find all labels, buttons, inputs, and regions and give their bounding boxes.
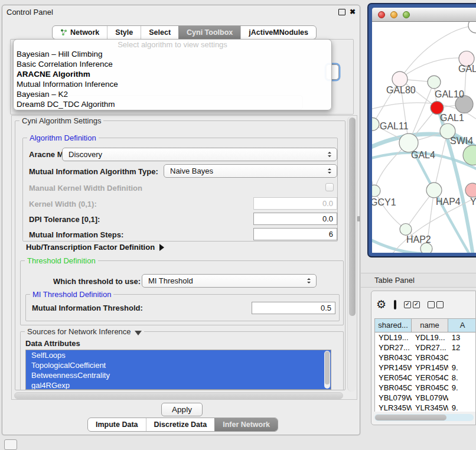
tab-label: Discretize Data: [154, 420, 207, 429]
table-cell: YDR27...: [412, 343, 448, 353]
apply-button[interactable]: Apply: [161, 403, 203, 416]
column-header-a[interactable]: A: [448, 319, 476, 332]
which-threshold-value: MI Threshold: [148, 276, 305, 285]
attribute-betweennesscentrality[interactable]: BetweennessCentrality: [26, 370, 331, 380]
sources-group-title: Sources for Network Inference: [25, 327, 144, 336]
columns-icon[interactable]: [394, 300, 396, 309]
minimize-traffic-light-icon[interactable]: [390, 11, 397, 18]
float-window-icon[interactable]: [338, 9, 345, 15]
table-cell: 8.: [448, 373, 476, 383]
table-cell: YBL079W: [375, 393, 412, 403]
algorithm-option-bayesian-hill-climbing[interactable]: Bayesian – Hill Climbing: [14, 49, 331, 59]
table-cell: YBR045C: [375, 383, 412, 393]
tab-impute-data[interactable]: Impute Data: [88, 418, 146, 431]
expand-right-icon: [159, 244, 164, 251]
algorithm-option-mutual-information-inference[interactable]: Mutual Information Inference: [14, 79, 331, 89]
data-attributes-list[interactable]: SelfLoopsTopologicalCoefficientBetweenne…: [25, 350, 331, 390]
table-row[interactable]: YDL19...YDL19...13: [375, 332, 476, 343]
tab-infer-network[interactable]: Infer Network: [214, 418, 278, 431]
network-node[interactable]: [468, 22, 476, 33]
table-cell: 9.: [448, 363, 476, 373]
tab-style[interactable]: Style: [107, 26, 141, 39]
table-row[interactable]: YBL079WYBL079W: [375, 393, 476, 403]
hub-definition-expander[interactable]: Hub/Transcription Factor Definition: [26, 243, 164, 252]
algorithm-option-basic-correlation-inference[interactable]: Basic Correlation Inference: [14, 59, 331, 69]
select-all-checks-icon[interactable]: ✓✓: [404, 301, 420, 308]
settings-vertical-scrollbar[interactable]: [347, 116, 356, 392]
network-edge: [374, 191, 406, 229]
network-node-gal10[interactable]: [428, 76, 441, 89]
mi-threshold-field[interactable]: [252, 302, 335, 314]
deselect-all-checks-icon[interactable]: [428, 301, 444, 308]
table-cell: YER054C: [412, 373, 448, 383]
mi-threshold-group: MI Threshold Definition Mutual Informati…: [25, 294, 340, 321]
column-header-name[interactable]: name: [412, 319, 448, 332]
settings-horizontal-scrollbar[interactable]: [14, 392, 348, 399]
table-cell: YPR145W: [375, 363, 412, 373]
node-label-hap2: HAP2: [406, 234, 431, 244]
algorithm-definition-group: Algorithm Definition Aracne Mode: Discov…: [22, 138, 338, 242]
algorithm-dropdown-popup: Select algorithm to view settings Bayesi…: [13, 39, 332, 110]
mi-type-select[interactable]: Naive Bayes: [164, 164, 337, 178]
cyni-algorithm-settings-group: Cyni Algorithm Settings Algorithm Defini…: [15, 120, 345, 390]
table-row[interactable]: YDR27...YDR27...12: [375, 343, 476, 353]
network-edge: [434, 131, 448, 190]
dpi-tolerance-field[interactable]: [253, 213, 337, 225]
bottom-left-button[interactable]: [4, 439, 17, 450]
stepper-arrows-icon: [326, 168, 333, 174]
algorithm-option-aracne-algorithm[interactable]: ARACNE Algorithm: [14, 69, 331, 79]
stepper-arrows-icon: [326, 152, 333, 157]
network-node-hap2[interactable]: [400, 224, 412, 236]
network-node-gal11[interactable]: [372, 118, 379, 131]
algorithm-option-bayesian-k2[interactable]: Bayesian – K2: [14, 89, 331, 99]
aracne-mode-select[interactable]: Discovery: [62, 148, 337, 161]
column-header-shared[interactable]: shared...: [375, 319, 412, 332]
attribute-topologicalcoefficient[interactable]: TopologicalCoefficient: [26, 360, 331, 370]
mi-threshold-group-title: MI Threshold Definition: [30, 290, 113, 299]
attribute-selfloops[interactable]: SelfLoops: [26, 350, 331, 360]
which-threshold-select[interactable]: MI Threshold: [142, 274, 317, 288]
table-horizontal-scrollbar[interactable]: [374, 414, 474, 421]
tab-discretize-data[interactable]: Discretize Data: [146, 418, 215, 431]
attribute-gal4rgexp[interactable]: gal4RGexp: [26, 380, 331, 390]
table-cell: YBR043C: [375, 353, 412, 363]
table-row[interactable]: YER054CYER054C8.: [375, 373, 476, 383]
network-node-y[interactable]: [465, 183, 476, 197]
control-panel-tabbar: NetworkStyleSelectCyni ToolboxjActiveMNo…: [52, 25, 317, 40]
kernel-width-field[interactable]: [253, 197, 337, 210]
algorithm-option-dream8-dc-tdc-algorithm[interactable]: Dream8 DC_TDC Algorithm: [14, 99, 331, 109]
panel-splitter-handle[interactable]: [357, 216, 360, 221]
table-cell: YDL19...: [412, 332, 448, 343]
tab-label: Network: [70, 28, 99, 37]
node-label-gal1: GAL1: [440, 113, 464, 123]
close-icon[interactable]: ✖: [350, 8, 356, 16]
manual-kernel-checkbox[interactable]: [325, 183, 334, 191]
network-canvas[interactable]: GALGAL80GAL10GAL1GAL11SWI4GAL4GCY1HAP4YH…: [372, 22, 476, 253]
table-row[interactable]: YBR043CYBR043C: [375, 353, 476, 363]
network-window-titlebar[interactable]: [372, 8, 476, 22]
tab-label: Impute Data: [96, 420, 138, 429]
tab-jactivemnodules[interactable]: jActiveMNodules: [240, 26, 316, 39]
desktop: { "window": { "title": "Control Panel" }…: [0, 0, 476, 450]
tab-cyni-toolbox[interactable]: Cyni Toolbox: [178, 26, 240, 39]
network-node-gcy1[interactable]: [372, 185, 380, 197]
mi-steps-field[interactable]: [253, 228, 337, 240]
tab-label: Cyni Toolbox: [187, 28, 233, 37]
table-row[interactable]: YPR145WYPR145W9.: [375, 363, 476, 373]
table-row[interactable]: YBR045CYBR045C9.: [375, 383, 476, 393]
network-node-gal1[interactable]: [431, 102, 444, 115]
node-label-gal80: GAL80: [386, 85, 416, 95]
attributes-scrollbar[interactable]: [324, 351, 330, 389]
network-node-hap4[interactable]: [426, 182, 442, 198]
node-table: shared...nameA YDL19...YDL19...13YDR27..…: [374, 318, 476, 412]
which-threshold-label: Which threshold to use:: [53, 277, 141, 286]
table-row[interactable]: YLR345WYLR345W9.: [375, 403, 476, 412]
mi-type-value: Naive Bayes: [170, 167, 326, 175]
close-traffic-light-icon[interactable]: [378, 11, 385, 18]
tab-select[interactable]: Select: [141, 26, 178, 39]
network-node[interactable]: [463, 145, 476, 165]
gear-icon[interactable]: ⚙: [376, 299, 386, 311]
dpi-tolerance-label: DPI Tolerance [0,1]:: [29, 215, 100, 224]
zoom-traffic-light-icon[interactable]: [403, 11, 410, 18]
tab-network[interactable]: Network: [53, 26, 107, 39]
